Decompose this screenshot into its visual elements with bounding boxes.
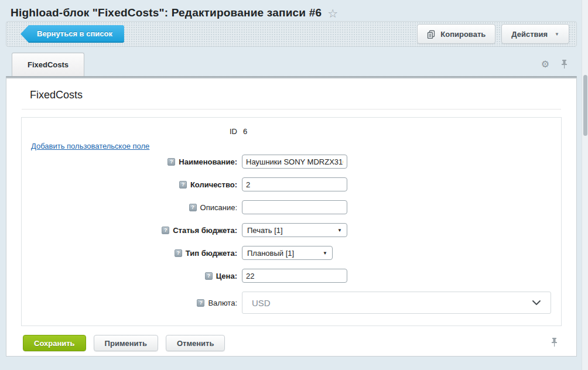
budget-type-select[interactable]: Плановый [1] ▼ [242, 246, 333, 260]
field-label: Описание: [200, 203, 237, 212]
form-row-name: ? Наименование: [22, 155, 561, 169]
form-block: ID 6 Добавить пользовательское поле ? На… [21, 117, 562, 326]
description-input[interactable] [242, 200, 347, 214]
copy-button[interactable]: Копировать [417, 24, 495, 44]
form-row-currency: ? Валюта: USD [22, 292, 561, 314]
tab-fixedcosts[interactable]: FixedCosts [12, 53, 84, 76]
section-divider [22, 109, 561, 109]
vertical-scrollbar[interactable] [582, 0, 588, 370]
form-row-description: ? Описание: [22, 200, 561, 214]
save-button[interactable]: Сохранить [23, 335, 86, 351]
help-icon[interactable]: ? [167, 158, 175, 166]
main-wrapper: Highload-блок "FixedCosts": Редактирован… [6, 0, 577, 357]
select-arrow-icon: ▼ [323, 251, 327, 256]
help-icon[interactable]: ? [162, 227, 169, 234]
help-icon[interactable]: ? [175, 249, 182, 257]
name-input[interactable] [242, 155, 347, 169]
actions-button-label: Действия [511, 30, 548, 39]
pin-icon[interactable] [551, 338, 558, 350]
field-label: Наименование: [179, 157, 237, 166]
select-value: Плановый [1] [247, 249, 319, 258]
scrollbar-thumb[interactable] [583, 75, 587, 136]
help-icon[interactable]: ? [205, 272, 213, 280]
help-icon[interactable]: ? [189, 204, 197, 211]
form-row-quantity: ? Количество: [22, 177, 561, 191]
field-label: Валюта: [208, 299, 237, 307]
select-arrow-icon: ▼ [337, 228, 342, 233]
page-title-row: Highload-блок "FixedCosts": Редактирован… [6, 0, 577, 21]
id-value: 6 [243, 127, 247, 136]
field-label: Тип бюджета: [186, 249, 237, 258]
actions-button[interactable]: Действия ▼ [501, 24, 569, 44]
add-user-field-link[interactable]: Добавить пользовательское поле [31, 142, 149, 150]
form-row-budget-item: ? Статья бюджета: Печать [1] ▼ [22, 223, 561, 237]
copy-icon [427, 30, 436, 39]
currency-value: USD [252, 298, 532, 308]
tab-bar-icons: ⚙ [541, 60, 577, 69]
field-label: Количество: [190, 180, 237, 189]
footer-button-bar: Сохранить Применить Отменить [6, 326, 576, 351]
currency-select[interactable]: USD [242, 292, 551, 314]
copy-button-label: Копировать [440, 30, 486, 39]
toolbar-right-group: Копировать Действия ▼ [417, 24, 569, 44]
select-value: Печать [1] [247, 226, 334, 235]
page-title: Highload-блок "FixedCosts": Редактирован… [11, 6, 322, 19]
tab-bar: FixedCosts ⚙ [6, 53, 577, 76]
cancel-button[interactable]: Отменить [166, 335, 225, 351]
id-row: ID 6 [22, 127, 561, 136]
content-panel: FixedCosts ID 6 Добавить пользовательско… [6, 78, 577, 357]
help-icon[interactable]: ? [197, 299, 204, 307]
add-field-row: Добавить пользовательское поле [22, 141, 561, 151]
apply-button[interactable]: Применить [94, 335, 158, 351]
form-row-price: ? Цена: [22, 269, 561, 283]
toolbar: Вернуться в список Копировать Действия ▼ [6, 21, 577, 47]
settings-gear-icon[interactable]: ⚙ [541, 60, 549, 69]
chevron-down-icon: ▼ [555, 32, 559, 37]
form-row-budget-type: ? Тип бюджета: Плановый [1] ▼ [22, 246, 561, 260]
field-label: Цена: [216, 272, 237, 280]
pin-icon[interactable] [561, 60, 568, 69]
price-input[interactable] [242, 269, 347, 283]
section-title: FixedCosts [6, 78, 576, 101]
chevron-down-icon [532, 300, 541, 306]
help-icon[interactable]: ? [179, 181, 187, 189]
id-label-cell: ID [22, 127, 237, 136]
budget-item-select[interactable]: Печать [1] ▼ [242, 223, 347, 237]
favorite-star-icon[interactable]: ☆ [327, 6, 338, 20]
field-label: Статья бюджета: [173, 226, 237, 235]
id-label: ID [230, 127, 237, 136]
quantity-input[interactable] [242, 177, 347, 191]
back-to-list-button[interactable]: Вернуться в список [20, 25, 124, 43]
